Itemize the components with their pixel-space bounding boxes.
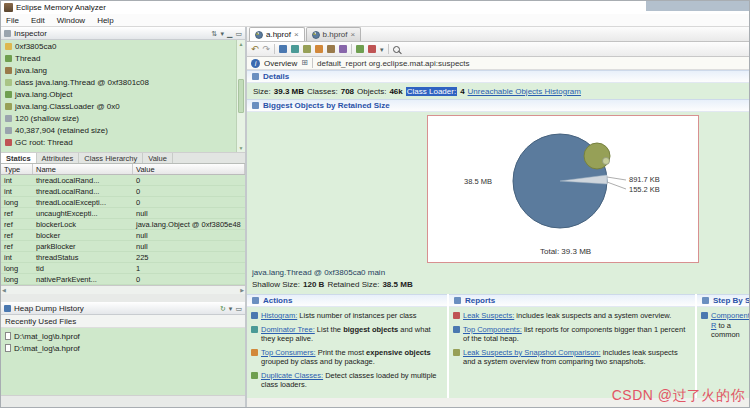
close-icon[interactable]: × bbox=[294, 31, 299, 39]
run-report-icon[interactable] bbox=[356, 45, 364, 53]
tree-item[interactable]: java.lang.Object bbox=[1, 88, 245, 100]
maximize-icon[interactable]: ▭ bbox=[235, 30, 242, 37]
tab-b-hprof[interactable]: b.hprof × bbox=[306, 27, 362, 41]
grid-icon[interactable]: ⊞ bbox=[301, 59, 308, 67]
scroll-right-icon[interactable]: ▶ bbox=[240, 287, 244, 293]
tree-item[interactable]: 120 (shallow size) bbox=[1, 112, 245, 124]
view-menu-icon[interactable]: ▾ bbox=[229, 305, 233, 312]
dominator-tree-icon bbox=[251, 326, 258, 333]
query-dropdown-icon[interactable]: ▾ bbox=[380, 46, 384, 53]
tree-item[interactable]: 40,387,904 (retained size) bbox=[1, 124, 245, 136]
list-item[interactable]: Top Components: list reports for compone… bbox=[449, 323, 695, 346]
minimize-icon[interactable]: ▁ bbox=[227, 30, 232, 37]
tree-item[interactable]: Thread bbox=[1, 52, 245, 64]
details-section-header[interactable]: Details bbox=[247, 70, 749, 83]
list-item[interactable]: Duplicate Classes: Detect classes loaded… bbox=[247, 369, 447, 392]
background-window-fragment bbox=[646, 1, 749, 11]
table-row[interactable]: longtid1 bbox=[1, 263, 245, 274]
list-item[interactable]: Leak Suspects: includes leak suspects an… bbox=[449, 309, 695, 323]
menu-help[interactable]: Help bbox=[97, 16, 113, 25]
column-type[interactable]: Type bbox=[1, 164, 33, 174]
titlebar[interactable]: Eclipse Memory Analyzer bbox=[1, 1, 749, 14]
tree-item[interactable]: java.lang.ClassLoader @ 0x0 bbox=[1, 100, 245, 112]
scroll-up-icon[interactable]: ▲ bbox=[239, 41, 244, 47]
tab-a-hprof[interactable]: a.hprof × bbox=[249, 27, 305, 41]
table-horizontal-scrollbar[interactable]: ◀ ▶ bbox=[1, 285, 245, 294]
table-row[interactable]: refblockernull bbox=[1, 230, 245, 241]
link-with-editor-icon[interactable]: ⇅ bbox=[212, 30, 218, 37]
histogram-icon[interactable] bbox=[279, 45, 287, 53]
biggest-objects-section-header[interactable]: Biggest Objects by Retained Size bbox=[247, 99, 749, 112]
reports-section-header[interactable]: Reports bbox=[449, 294, 695, 307]
overview-tab-label[interactable]: Overview bbox=[264, 59, 297, 68]
tree-item[interactable]: 0xf3805ca0 bbox=[1, 40, 245, 52]
column-name[interactable]: Name bbox=[33, 164, 133, 174]
menu-window[interactable]: Window bbox=[57, 16, 85, 25]
pie-slice-second[interactable] bbox=[584, 143, 610, 169]
object-icon bbox=[5, 43, 12, 50]
menu-edit[interactable]: Edit bbox=[31, 16, 45, 25]
leak-suspects-link[interactable]: Leak Suspects: bbox=[463, 311, 514, 320]
item-text: to a common bbox=[711, 321, 740, 340]
view-menu-icon[interactable]: ▾ bbox=[220, 30, 224, 37]
dominator-tree-icon[interactable] bbox=[291, 45, 299, 53]
table-row[interactable]: refuncaughtExcepti...null bbox=[1, 208, 245, 219]
scroll-down-icon[interactable]: ▼ bbox=[239, 145, 244, 151]
duplicate-classes-link[interactable]: Duplicate Classes: bbox=[261, 371, 323, 380]
table-row[interactable]: longnativeParkEvent...0 bbox=[1, 274, 245, 285]
list-item[interactable]: Component R to a common bbox=[697, 309, 749, 342]
item-bold: expensive objects bbox=[366, 348, 431, 357]
scroll-left-icon[interactable]: ◀ bbox=[2, 287, 6, 293]
table-row[interactable]: refparkBlockernull bbox=[1, 241, 245, 252]
compare-icon[interactable] bbox=[368, 45, 376, 53]
list-item[interactable]: Histogram: Lists number of instances per… bbox=[247, 309, 447, 323]
report-path[interactable]: default_report org.eclipse.mat.api:suspe… bbox=[317, 59, 470, 68]
tab-attributes[interactable]: Attributes bbox=[37, 153, 80, 163]
menubar: File Edit Window Help bbox=[1, 14, 749, 27]
pie-slice-third[interactable] bbox=[603, 158, 610, 165]
tab-class-hierarchy[interactable]: Class Hierarchy bbox=[79, 153, 143, 163]
inspector-tabs: Statics Attributes Class Hierarchy Value bbox=[1, 152, 245, 164]
step-by-step-section-header[interactable]: Step By Step bbox=[697, 294, 749, 307]
top-consumers-icon[interactable] bbox=[303, 45, 311, 53]
tree-vertical-scrollbar[interactable]: ▲ ▼ bbox=[236, 40, 245, 152]
top-consumers-link[interactable]: Top Consumers: bbox=[261, 348, 316, 357]
table-row[interactable]: refblockerLockjava.lang.Object @ 0xf3805… bbox=[1, 219, 245, 230]
list-item[interactable]: Top Consumers: Print the most expensive … bbox=[247, 346, 447, 369]
selected-object-label[interactable]: java.lang.Thread @ 0xf3805ca0 main bbox=[252, 268, 385, 277]
back-icon[interactable]: ↶ bbox=[251, 45, 259, 54]
list-item[interactable]: Dominator Tree: List the biggest objects… bbox=[247, 323, 447, 346]
tree-item-label: GC root: Thread bbox=[15, 138, 73, 147]
table-row[interactable]: intthreadLocalRand...0 bbox=[1, 186, 245, 197]
tree-item[interactable]: GC root: Thread bbox=[1, 136, 245, 148]
oql-icon[interactable] bbox=[327, 45, 335, 53]
tree-item[interactable]: java.lang bbox=[1, 64, 245, 76]
class-icon bbox=[5, 91, 12, 98]
table-row[interactable]: longthreadLocalExcepti...0 bbox=[1, 197, 245, 208]
tab-value[interactable]: Value bbox=[143, 153, 173, 163]
maximize-icon[interactable]: ▭ bbox=[235, 305, 242, 312]
menu-file[interactable]: File bbox=[6, 16, 19, 25]
top-components-link[interactable]: Top Components: bbox=[463, 325, 522, 334]
histogram-link[interactable]: Histogram: bbox=[261, 311, 297, 320]
pie-chart-icon[interactable] bbox=[315, 45, 323, 53]
actions-section-header[interactable]: Actions bbox=[247, 294, 447, 307]
refresh-icon[interactable]: ↻ bbox=[220, 305, 226, 312]
tab-statics[interactable]: Statics bbox=[1, 153, 37, 163]
list-item[interactable]: Leak Suspects by Snapshot Comparison: in… bbox=[449, 346, 695, 369]
thread-overview-icon[interactable] bbox=[339, 45, 347, 53]
unreachable-objects-link[interactable]: Unreachable Objects Histogram bbox=[468, 87, 581, 96]
search-icon[interactable] bbox=[393, 46, 400, 53]
column-value[interactable]: Value bbox=[133, 164, 245, 174]
close-icon[interactable]: × bbox=[350, 31, 355, 39]
table-row[interactable]: intthreadStatus225 bbox=[1, 252, 245, 263]
cell-value: null bbox=[133, 242, 245, 251]
dominator-tree-link[interactable]: Dominator Tree: bbox=[261, 325, 315, 334]
scrollbar-thumb[interactable] bbox=[238, 79, 244, 113]
tree-item[interactable]: class java.lang.Thread @ 0xf3801c08 bbox=[1, 76, 245, 88]
list-item[interactable]: D:\mat_log\b.hprof bbox=[1, 330, 245, 342]
forward-icon[interactable]: ↷ bbox=[263, 45, 271, 54]
list-item[interactable]: D:\mat_log\a.hprof bbox=[1, 342, 245, 354]
snapshot-comparison-link[interactable]: Leak Suspects by Snapshot Comparison: bbox=[463, 348, 601, 357]
table-row[interactable]: intthreadLocalRand...0 bbox=[1, 175, 245, 186]
